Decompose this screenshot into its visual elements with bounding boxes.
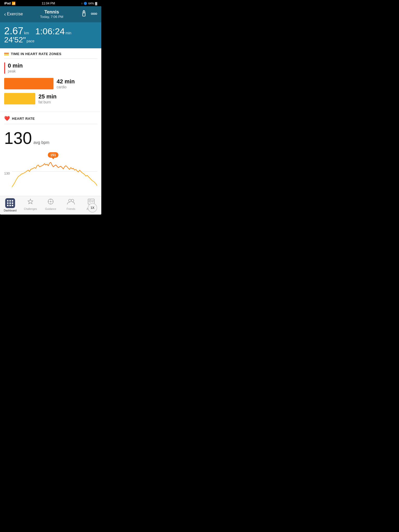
heart-rate-chart-container: 130 151 — [4, 151, 97, 196]
tab-friends[interactable]: Friends — [63, 198, 79, 212]
tab-guidance[interactable]: Guidance — [43, 198, 58, 212]
location-icon: ↑ — [81, 2, 83, 5]
heart-rate-zones-section: TIME IN HEART RATE ZONES 0 min peak 42 m… — [0, 48, 101, 112]
zoom-label: 1X — [91, 206, 95, 210]
more-icon — [91, 12, 97, 15]
dot-8 — [9, 205, 11, 206]
zones-icon — [4, 53, 9, 55]
dashboard-icon — [5, 198, 15, 208]
tab-dashboard-label: Dashboard — [4, 209, 17, 212]
header-actions — [81, 10, 97, 18]
fat-burn-minutes: 25 min — [38, 93, 57, 100]
heart-icon: ❤️ — [4, 116, 10, 121]
pace-unit: pace — [26, 39, 34, 43]
duration-stat: 1:06:24 min — [35, 27, 71, 36]
tab-challenges[interactable]: Challenges — [23, 198, 38, 212]
tab-bar: Dashboard Challenges — [0, 196, 101, 215]
distance-value: 2.67 — [4, 26, 23, 36]
back-chevron-icon: ‹ — [4, 11, 6, 17]
bluetooth-icon: 🔵 — [84, 2, 87, 5]
dot-4 — [7, 202, 9, 204]
dot-1 — [7, 200, 9, 202]
battery-level: 64% — [88, 2, 94, 5]
status-right: ↑ 🔵 64% ▓ — [81, 2, 97, 5]
peak-zone-row: 0 min peak — [4, 62, 97, 74]
pace-stat: 24'52" pace — [4, 36, 34, 44]
dot-grid — [7, 200, 13, 206]
guidance-icon — [47, 198, 54, 207]
fat-burn-zone-row: 25 min fat burn — [4, 93, 97, 104]
status-device: iPad 📶 — [4, 2, 16, 5]
svg-point-8 — [50, 201, 51, 202]
peak-label: peak — [8, 69, 23, 73]
tab-challenges-label: Challenges — [24, 208, 37, 210]
svg-point-2 — [91, 13, 93, 15]
avg-bpm-value: 130 — [4, 130, 32, 147]
tooltip-value: 151 — [50, 153, 56, 157]
heart-rate-section: ❤️ HEART RATE 130 avg bpm 130 151 — [0, 112, 101, 196]
zoom-badge[interactable]: 1X — [88, 203, 97, 212]
stats-bar: 2.67 km 1:06:24 min 24'52" pace — [0, 22, 101, 48]
fat-burn-bar — [4, 93, 35, 104]
peak-text: 0 min peak — [8, 62, 23, 73]
status-time: 11:04 PM — [42, 2, 55, 5]
tab-guidance-label: Guidance — [45, 208, 56, 210]
more-button[interactable] — [91, 12, 97, 16]
dot-5 — [9, 202, 11, 204]
peak-minutes: 0 min — [8, 62, 23, 69]
zone-stripe-yellow — [4, 54, 9, 55]
back-label: Exercise — [7, 12, 23, 16]
back-button[interactable]: ‹ Exercise — [4, 11, 23, 17]
distance-unit: km — [24, 31, 29, 35]
fat-burn-label: fat burn — [38, 100, 57, 104]
zones-section-header: TIME IN HEART RATE ZONES — [4, 52, 97, 59]
tab-friends-label: Friends — [66, 208, 75, 210]
dot-7 — [7, 205, 9, 206]
zone-stripe-orange — [4, 53, 9, 54]
svg-point-3 — [93, 13, 95, 15]
dot-9 — [12, 205, 13, 206]
share-button[interactable] — [81, 10, 87, 18]
cardio-bar — [4, 78, 54, 89]
cardio-text: 42 min cardio — [57, 78, 75, 89]
challenges-icon — [27, 198, 34, 207]
tab-dashboard[interactable]: Dashboard — [2, 198, 18, 212]
battery-icon: ▓ — [95, 2, 97, 5]
peak-bar — [4, 62, 5, 74]
dot-6 — [12, 202, 13, 204]
workout-date: Today, 7:06 PM — [40, 15, 63, 19]
share-icon — [81, 10, 87, 17]
zones-title: TIME IN HEART RATE ZONES — [11, 52, 61, 56]
friends-icon — [67, 198, 75, 207]
duration-unit: min — [65, 31, 71, 35]
workout-title: Tennis — [40, 9, 63, 15]
chart-area: 151 — [12, 151, 97, 193]
cardio-minutes: 42 min — [57, 78, 75, 85]
duration-value: 1:06:24 — [35, 27, 65, 36]
svg-point-4 — [95, 13, 97, 15]
svg-point-16 — [89, 200, 91, 202]
page-header: ‹ Exercise Tennis Today, 7:06 PM — [0, 6, 101, 22]
dot-3 — [12, 200, 13, 202]
dot-2 — [9, 200, 11, 202]
chart-y-label: 130 — [4, 171, 10, 175]
cardio-label: cardio — [57, 85, 75, 89]
heart-rate-title: HEART RATE — [12, 117, 35, 121]
svg-point-13 — [69, 199, 71, 202]
avg-bpm-block: 130 avg bpm — [4, 128, 97, 151]
avg-bpm-label: avg bpm — [34, 140, 49, 145]
fat-burn-text: 25 min fat burn — [38, 93, 57, 104]
heart-rate-header: ❤️ HEART RATE — [4, 116, 97, 124]
pace-value: 24'52" — [4, 36, 26, 44]
distance-stat: 2.67 km — [4, 26, 29, 36]
svg-point-14 — [71, 199, 74, 202]
status-bar: iPad 📶 11:04 PM ↑ 🔵 64% ▓ — [0, 0, 101, 6]
header-title-block: Tennis Today, 7:06 PM — [40, 9, 63, 19]
bpm-tooltip: 151 — [48, 152, 59, 158]
cardio-zone-row: 42 min cardio — [4, 78, 97, 89]
svg-marker-6 — [28, 199, 33, 204]
app-container: ‹ Exercise Tennis Today, 7:06 PM — [0, 6, 101, 215]
